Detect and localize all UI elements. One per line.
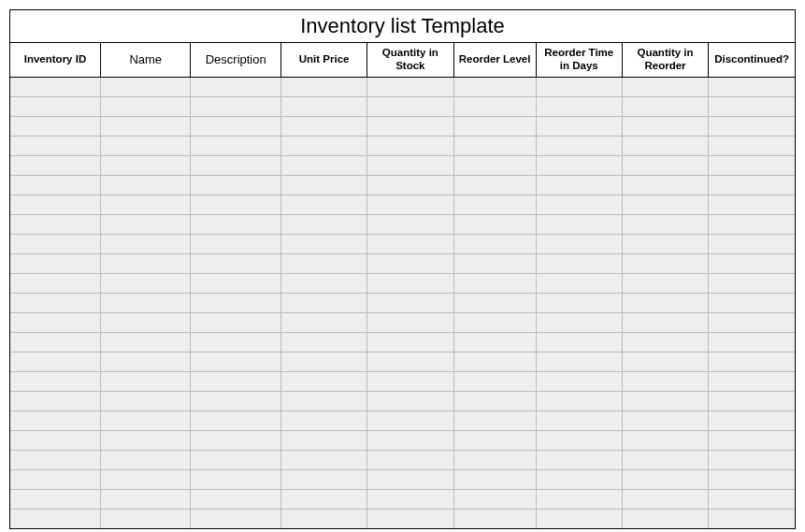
table-cell[interactable]: [709, 450, 795, 469]
table-cell[interactable]: [453, 391, 536, 410]
table-cell[interactable]: [536, 371, 622, 391]
table-cell[interactable]: [536, 116, 622, 136]
table-cell[interactable]: [100, 116, 190, 136]
table-cell[interactable]: [536, 312, 622, 332]
table-cell[interactable]: [453, 194, 536, 214]
table-cell[interactable]: [280, 96, 367, 116]
table-cell[interactable]: [453, 293, 536, 312]
table-cell[interactable]: [536, 410, 622, 430]
table-cell[interactable]: [100, 391, 190, 410]
table-cell[interactable]: [367, 410, 453, 430]
table-cell[interactable]: [453, 155, 536, 175]
table-cell[interactable]: [100, 234, 190, 253]
table-cell[interactable]: [536, 489, 622, 509]
table-cell[interactable]: [10, 175, 100, 194]
table-cell[interactable]: [709, 116, 795, 136]
table-cell[interactable]: [622, 155, 708, 175]
table-cell[interactable]: [536, 391, 622, 410]
table-cell[interactable]: [100, 371, 190, 391]
table-cell[interactable]: [536, 175, 622, 194]
table-cell[interactable]: [453, 273, 536, 293]
table-cell[interactable]: [10, 155, 100, 175]
table-cell[interactable]: [709, 312, 795, 332]
table-cell[interactable]: [100, 430, 190, 450]
table-cell[interactable]: [709, 136, 795, 155]
table-cell[interactable]: [191, 489, 280, 509]
table-cell[interactable]: [622, 273, 708, 293]
table-cell[interactable]: [10, 214, 100, 234]
table-cell[interactable]: [622, 312, 708, 332]
table-cell[interactable]: [622, 352, 708, 371]
table-cell[interactable]: [453, 77, 536, 96]
table-cell[interactable]: [367, 391, 453, 410]
table-cell[interactable]: [100, 332, 190, 352]
table-cell[interactable]: [191, 509, 280, 528]
table-cell[interactable]: [10, 352, 100, 371]
table-cell[interactable]: [280, 175, 367, 194]
table-cell[interactable]: [100, 293, 190, 312]
table-cell[interactable]: [280, 430, 367, 450]
table-cell[interactable]: [536, 332, 622, 352]
table-cell[interactable]: [10, 77, 100, 96]
table-cell[interactable]: [280, 352, 367, 371]
table-cell[interactable]: [280, 116, 367, 136]
table-cell[interactable]: [100, 253, 190, 273]
table-cell[interactable]: [709, 155, 795, 175]
table-cell[interactable]: [10, 430, 100, 450]
table-cell[interactable]: [709, 332, 795, 352]
table-cell[interactable]: [622, 136, 708, 155]
table-cell[interactable]: [536, 234, 622, 253]
table-cell[interactable]: [536, 430, 622, 450]
table-cell[interactable]: [367, 489, 453, 509]
table-cell[interactable]: [709, 77, 795, 96]
table-cell[interactable]: [191, 214, 280, 234]
table-cell[interactable]: [100, 96, 190, 116]
table-cell[interactable]: [367, 77, 453, 96]
table-cell[interactable]: [367, 116, 453, 136]
table-cell[interactable]: [622, 96, 708, 116]
table-cell[interactable]: [100, 273, 190, 293]
table-cell[interactable]: [367, 371, 453, 391]
table-cell[interactable]: [280, 332, 367, 352]
table-cell[interactable]: [100, 136, 190, 155]
table-cell[interactable]: [100, 312, 190, 332]
table-cell[interactable]: [367, 96, 453, 116]
table-cell[interactable]: [453, 489, 536, 509]
table-cell[interactable]: [191, 77, 280, 96]
table-cell[interactable]: [453, 371, 536, 391]
table-cell[interactable]: [280, 509, 367, 528]
table-cell[interactable]: [191, 371, 280, 391]
table-cell[interactable]: [709, 489, 795, 509]
table-cell[interactable]: [709, 175, 795, 194]
table-cell[interactable]: [367, 253, 453, 273]
table-cell[interactable]: [367, 332, 453, 352]
table-cell[interactable]: [367, 214, 453, 234]
table-cell[interactable]: [709, 410, 795, 430]
table-cell[interactable]: [367, 175, 453, 194]
table-cell[interactable]: [622, 214, 708, 234]
table-cell[interactable]: [10, 410, 100, 430]
table-cell[interactable]: [191, 175, 280, 194]
table-cell[interactable]: [536, 194, 622, 214]
table-cell[interactable]: [536, 155, 622, 175]
table-cell[interactable]: [280, 469, 367, 489]
table-cell[interactable]: [709, 293, 795, 312]
table-cell[interactable]: [100, 469, 190, 489]
table-cell[interactable]: [622, 332, 708, 352]
table-cell[interactable]: [709, 273, 795, 293]
table-cell[interactable]: [191, 253, 280, 273]
table-cell[interactable]: [191, 312, 280, 332]
table-cell[interactable]: [536, 96, 622, 116]
table-cell[interactable]: [10, 509, 100, 528]
table-cell[interactable]: [191, 450, 280, 469]
table-cell[interactable]: [367, 293, 453, 312]
table-cell[interactable]: [191, 273, 280, 293]
table-cell[interactable]: [10, 136, 100, 155]
table-cell[interactable]: [622, 391, 708, 410]
table-cell[interactable]: [453, 96, 536, 116]
table-cell[interactable]: [100, 175, 190, 194]
table-cell[interactable]: [191, 332, 280, 352]
table-cell[interactable]: [191, 155, 280, 175]
table-cell[interactable]: [709, 194, 795, 214]
table-cell[interactable]: [622, 489, 708, 509]
